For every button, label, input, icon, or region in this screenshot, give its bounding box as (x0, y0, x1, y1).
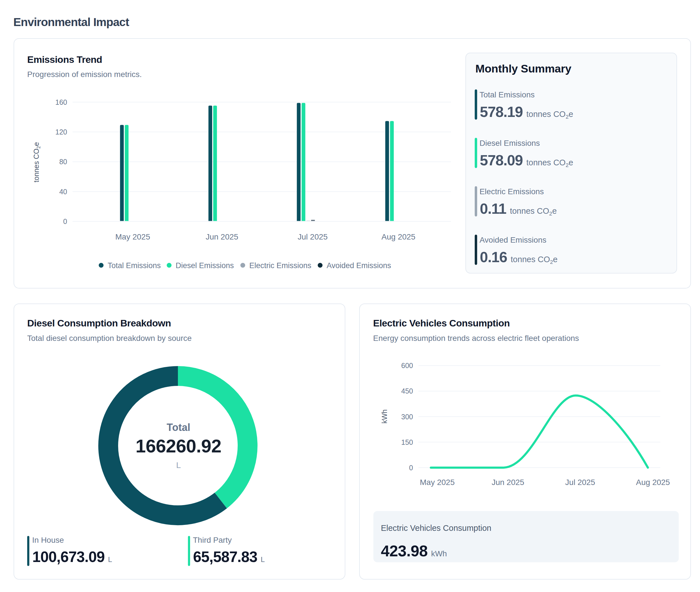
svg-text:Third Party: Third Party (193, 536, 232, 544)
svg-text:Diesel Emissions: Diesel Emissions (480, 139, 540, 148)
svg-text:Jun 2025: Jun 2025 (206, 233, 238, 241)
svg-text:In House: In House (32, 536, 64, 544)
svg-text:Jun 2025: Jun 2025 (492, 478, 524, 487)
svg-text:Electric Emissions: Electric Emissions (249, 261, 311, 270)
svg-text:600: 600 (401, 361, 413, 369)
svg-text:L: L (176, 460, 181, 470)
svg-text:May 2025: May 2025 (420, 478, 455, 487)
svg-text:Aug 2025: Aug 2025 (382, 233, 416, 241)
svg-text:Jul 2025: Jul 2025 (298, 233, 328, 241)
svg-text:Total Emissions: Total Emissions (108, 261, 161, 270)
svg-text:Aug 2025: Aug 2025 (636, 478, 670, 487)
svg-text:Electric Vehicles Consumption: Electric Vehicles Consumption (373, 318, 510, 329)
svg-text:100,673.09L: 100,673.09L (32, 548, 112, 565)
svg-text:160: 160 (55, 98, 67, 106)
svg-text:450: 450 (401, 387, 413, 395)
svg-text:166260.92: 166260.92 (136, 436, 222, 456)
svg-text:Jul 2025: Jul 2025 (565, 478, 595, 487)
svg-text:Avoided Emissions: Avoided Emissions (327, 261, 391, 270)
svg-text:65,587.83L: 65,587.83L (193, 548, 265, 565)
svg-text:Diesel Emissions: Diesel Emissions (176, 261, 234, 270)
svg-text:Avoided Emissions: Avoided Emissions (480, 236, 547, 244)
svg-text:Electric Emissions: Electric Emissions (480, 187, 544, 196)
svg-text:Progression of emission metric: Progression of emission metrics. (27, 70, 142, 79)
svg-text:Total Emissions: Total Emissions (480, 90, 535, 99)
svg-text:Electric Vehicles Consumption: Electric Vehicles Consumption (381, 524, 491, 533)
svg-text:Diesel Consumption Breakdown: Diesel Consumption Breakdown (27, 318, 171, 329)
svg-text:Monthly Summary: Monthly Summary (475, 62, 571, 75)
svg-text:150: 150 (401, 438, 413, 446)
svg-text:40: 40 (59, 188, 67, 196)
svg-text:120: 120 (55, 128, 67, 136)
svg-text:Environmental Impact: Environmental Impact (13, 15, 130, 29)
svg-text:May 2025: May 2025 (115, 233, 150, 241)
svg-text:Total: Total (167, 422, 190, 433)
svg-text:Emissions Trend: Emissions Trend (27, 54, 102, 65)
svg-text:0: 0 (63, 217, 67, 226)
svg-text:kWh: kWh (380, 409, 388, 424)
svg-text:80: 80 (59, 158, 67, 166)
svg-text:300: 300 (401, 413, 413, 421)
svg-text:0: 0 (409, 464, 413, 472)
svg-text:Energy consumption trends acro: Energy consumption trends across electri… (373, 334, 579, 343)
svg-text:Total diesel consumption break: Total diesel consumption breakdown by so… (27, 334, 192, 343)
